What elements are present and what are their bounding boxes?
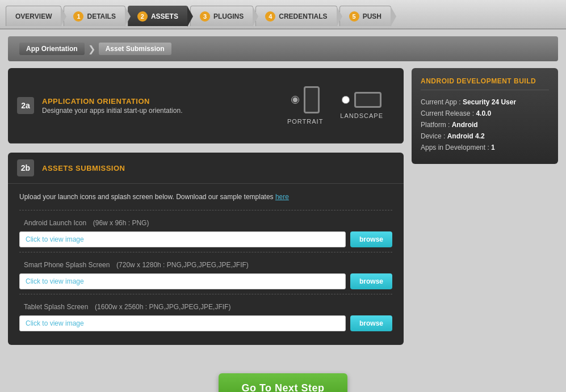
tablet-splash-input[interactable]: Click to view image — [19, 315, 346, 331]
tab-plugins-number: 3 — [200, 11, 210, 22]
android-icon-input-row: Click to view image browse — [19, 231, 392, 247]
tab-details-label: DETAILS — [87, 12, 115, 20]
tab-overview[interactable]: OVERVIEW — [6, 6, 61, 26]
landscape-label: LANDSCAPE — [340, 112, 383, 119]
landscape-radio-row — [342, 92, 381, 108]
bottom-bar: Go To Next Step — [0, 362, 566, 392]
section-2a-number: 2a — [17, 97, 34, 114]
sidebar-panel: ANDROID DEVELOPMENT BUILD Current App : … — [412, 68, 558, 164]
tab-assets-number: 2 — [137, 11, 148, 22]
breadcrumb-asset-submission[interactable]: Asset Submission — [99, 43, 171, 55]
section-2a-header: 2a APPLICATION ORIENTATION Designate you… — [8, 68, 404, 144]
section-2a-title-group: APPLICATION ORIENTATION Designate your a… — [42, 97, 182, 115]
assets-intro: Upload your launch icons and splash scre… — [19, 193, 392, 201]
android-icon-browse-button[interactable]: browse — [350, 231, 392, 247]
smartphone-splash-input-row: Click to view image browse — [19, 273, 392, 289]
tablet-splash-label: Tablet Splash Screen (1600w x 2560h : PN… — [19, 302, 392, 311]
next-step-button[interactable]: Go To Next Step — [219, 373, 347, 392]
section-2a-description: Designate your apps initial start-up ori… — [42, 107, 182, 115]
tab-push-number: 5 — [349, 11, 359, 22]
section-2a-panel: 2a APPLICATION ORIENTATION Designate you… — [8, 68, 404, 144]
orientation-options: PORTRAIT LANDSCAPE — [276, 75, 395, 136]
breadcrumb-separator: ❯ — [88, 44, 95, 54]
section-2a-title: APPLICATION ORIENTATION — [42, 97, 182, 106]
tab-details-number: 1 — [73, 11, 83, 22]
tablet-splash-input-row: Click to view image browse — [19, 315, 392, 331]
tab-assets-label: ASSETS — [151, 12, 178, 20]
tab-details[interactable]: 1 DETAILS — [64, 6, 125, 26]
left-panels: 2a APPLICATION ORIENTATION Designate you… — [8, 68, 404, 354]
android-icon-label: Android Launch Icon (96w x 96h : PNG) — [19, 218, 392, 227]
smartphone-splash-label: Smart Phone Splash Screen (720w x 1280h … — [19, 260, 392, 269]
landscape-radio[interactable] — [342, 96, 350, 104]
breadcrumb: App Orientation ❯ Asset Submission — [8, 36, 558, 61]
tablet-splash-upload-row: Tablet Splash Screen (1600w x 2560h : PN… — [19, 294, 392, 336]
smartphone-splash-input[interactable]: Click to view image — [19, 273, 346, 289]
smartphone-splash-upload-row: Smart Phone Splash Screen (720w x 1280h … — [19, 252, 392, 294]
tab-overview-label: OVERVIEW — [15, 12, 52, 20]
sidebar-current-release: Current Release : 4.0.0 — [421, 109, 549, 117]
assets-body: Upload your launch icons and splash scre… — [8, 184, 404, 345]
landscape-device-icon — [354, 92, 381, 108]
tab-credentials[interactable]: 4 CREDENTIALS — [255, 6, 337, 26]
tab-credentials-label: CREDENTIALS — [279, 12, 327, 20]
tab-push-label: PUSH — [363, 12, 381, 20]
landscape-option: LANDSCAPE — [340, 92, 383, 119]
portrait-radio[interactable] — [291, 96, 299, 104]
top-navigation: OVERVIEW 1 DETAILS 2 ASSETS 3 PLUGINS 4 … — [0, 0, 566, 29]
breadcrumb-app-orientation[interactable]: App Orientation — [19, 43, 85, 55]
section-2b-header: 2b ASSETS SUBMISSION — [8, 153, 404, 184]
sidebar-device: Device : Android 4.2 — [421, 132, 549, 140]
android-icon-upload-row: Android Launch Icon (96w x 96h : PNG) Cl… — [19, 210, 392, 252]
tab-plugins[interactable]: 3 PLUGINS — [190, 6, 253, 26]
section-2b-title: ASSETS SUBMISSION — [42, 164, 125, 172]
sidebar-title: ANDROID DEVELOPMENT BUILD — [421, 77, 549, 90]
portrait-device-icon — [304, 86, 320, 113]
sample-templates-link[interactable]: here — [275, 193, 289, 201]
tab-credentials-number: 4 — [265, 11, 275, 22]
section-2b-title-group: ASSETS SUBMISSION — [42, 164, 125, 172]
section-2b-number: 2b — [17, 159, 34, 176]
sidebar-platform: Platform : Android — [421, 121, 549, 129]
sidebar-apps-in-development: Apps in Development : 1 — [421, 144, 549, 151]
portrait-label: PORTRAIT — [287, 118, 323, 125]
section-2b-panel: 2b ASSETS SUBMISSION Upload your launch … — [8, 153, 404, 345]
tab-plugins-label: PLUGINS — [213, 12, 244, 20]
smartphone-splash-browse-button[interactable]: browse — [350, 273, 392, 289]
android-icon-input[interactable]: Click to view image — [19, 231, 346, 247]
main-content: 2a APPLICATION ORIENTATION Designate you… — [0, 68, 566, 362]
portrait-option: PORTRAIT — [287, 86, 323, 125]
portrait-radio-row — [291, 86, 320, 113]
tablet-splash-browse-button[interactable]: browse — [350, 315, 392, 331]
tab-assets[interactable]: 2 ASSETS — [128, 6, 188, 26]
tab-push[interactable]: 5 PUSH — [339, 6, 391, 26]
sidebar-current-app: Current App : Security 24 User — [421, 98, 549, 106]
